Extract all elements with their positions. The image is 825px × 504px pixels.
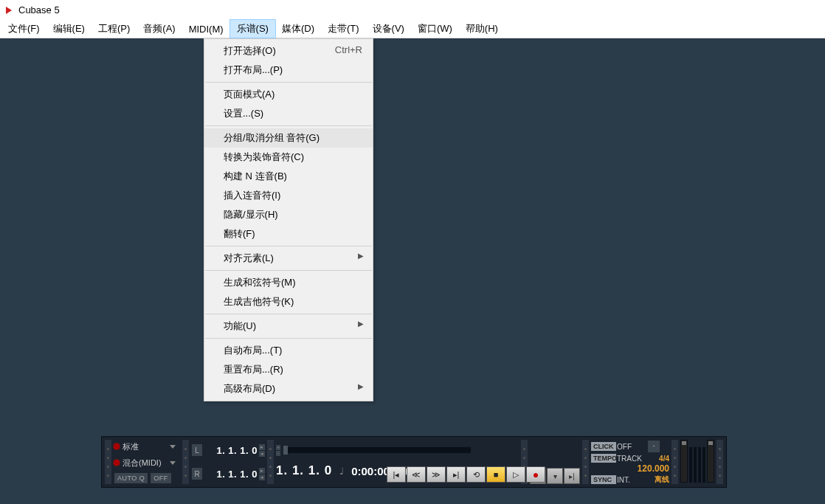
menu-entry[interactable]: 对齐元素(L)▶ [204, 249, 373, 268]
tempo-value[interactable]: TRACK [617, 455, 646, 463]
grip-handle[interactable] [267, 440, 274, 484]
forward-button[interactable]: ≫ [427, 466, 446, 483]
svg-marker-0 [6, 7, 12, 14]
menu-separator [205, 270, 372, 271]
cycle-mode-label: 混合(MIDI) [122, 458, 167, 469]
menu-bar: 文件(F)编辑(E)工程(P)音频(A)MIDI(M)乐谱(S)媒体(D)走带(… [0, 20, 825, 38]
meter-bar [698, 447, 701, 483]
app-title: Cubase 5 [18, 4, 60, 15]
left-locator-pos[interactable]: 1. 1. 1. 0 [204, 445, 258, 456]
meter-bar [703, 447, 705, 483]
rewind-button[interactable]: ≪ [407, 466, 426, 483]
meter-bar [694, 447, 697, 483]
menu-separator [205, 246, 372, 246]
led-icon [114, 460, 120, 466]
menu-item-5[interactable]: 乐谱(S) [230, 20, 275, 38]
menu-entry[interactable]: 打开选择(O)Ctrl+R [204, 41, 373, 61]
menu-entry[interactable]: 分组/取消分组 音符(G) [204, 128, 373, 148]
record-mode-label: 标准 [122, 441, 167, 452]
next-marker-button[interactable]: ▸| [564, 468, 580, 484]
menu-entry[interactable]: 构建 N 连音(B) [204, 167, 373, 186]
menu-item-3[interactable]: 音频(A) [137, 20, 182, 38]
grip-handle[interactable] [582, 440, 589, 484]
grip-handle[interactable] [182, 440, 189, 484]
marker-in-icon[interactable]: ▸ [259, 468, 265, 474]
menu-entry[interactable]: 生成和弦符号(M) [204, 273, 373, 292]
output-level-slider[interactable] [707, 440, 714, 483]
menu-item-1[interactable]: 编辑(E) [46, 20, 92, 38]
cycle-button[interactable]: ⟲ [466, 466, 486, 483]
goto-end-button[interactable]: ▸| [446, 466, 466, 483]
nudge-down-icon[interactable]: - [276, 451, 280, 456]
led-icon [114, 443, 120, 449]
input-level-slider[interactable] [680, 440, 688, 483]
menu-entry[interactable]: 重置布局...(R) [204, 360, 373, 379]
goto-start-button[interactable]: |◂ [387, 466, 406, 483]
precount-button[interactable]: * [647, 440, 660, 453]
left-locator-button[interactable]: L [191, 443, 203, 457]
autoq-off-button[interactable]: OFF [150, 472, 172, 484]
time-signature[interactable]: 4/4 [647, 455, 669, 463]
right-locator-pos[interactable]: 1. 1. 1. 0 [204, 469, 258, 480]
chevron-down-icon [170, 461, 176, 465]
record-mode-row[interactable]: 标准 [114, 440, 180, 453]
menu-item-6[interactable]: 媒体(D) [275, 20, 321, 38]
menu-separator [205, 82, 372, 83]
click-value[interactable]: OFF [617, 443, 646, 451]
menu-entry[interactable]: 打开布局...(P) [204, 61, 373, 80]
menu-entry[interactable]: 翻转(F) [204, 224, 373, 244]
workspace [0, 38, 825, 504]
app-icon [4, 5, 14, 15]
menu-entry[interactable]: 转换为装饰音符(C) [204, 148, 373, 167]
stop-button[interactable]: ■ [486, 466, 505, 483]
grip-handle[interactable] [105, 440, 111, 484]
menu-separator [205, 338, 372, 339]
menu-item-4[interactable]: MIDI(M) [182, 21, 230, 37]
menu-entry[interactable]: 设置...(S) [204, 104, 373, 123]
marker-in-icon[interactable]: ▸ [259, 444, 265, 450]
show-markers-button[interactable]: ▾ [547, 468, 563, 484]
sync-label[interactable]: SYNC [591, 475, 616, 484]
menu-entry[interactable]: 高级布局(D)▶ [204, 379, 373, 398]
menu-item-10[interactable]: 帮助(H) [459, 20, 505, 38]
submenu-arrow-icon: ▶ [358, 382, 364, 390]
transport-panel: 标准 混合(MIDI) AUTO Q OFF L 1. 1. 1. 0 ▸◂ R… [101, 436, 727, 488]
chevron-down-icon [170, 445, 176, 449]
menu-entry[interactable]: 隐藏/显示(H) [204, 205, 373, 224]
play-button[interactable]: ▷ [506, 466, 525, 483]
menu-entry[interactable]: 插入连音符(I) [204, 186, 373, 205]
menu-item-9[interactable]: 窗口(W) [411, 20, 459, 38]
offline-label: 离线 [647, 474, 669, 485]
marker-out-icon[interactable]: ◂ [259, 474, 265, 480]
record-button[interactable]: ● [526, 466, 545, 483]
grip-handle[interactable] [717, 440, 723, 484]
grip-handle[interactable] [672, 440, 678, 484]
position-slider[interactable] [283, 447, 471, 453]
menu-entry[interactable]: 生成吉他符号(K) [204, 292, 373, 311]
menu-item-7[interactable]: 走带(T) [321, 20, 366, 38]
cycle-mode-row[interactable]: 混合(MIDI) [114, 456, 180, 469]
menu-item-2[interactable]: 工程(P) [92, 20, 137, 38]
shortcut-label: Ctrl+R [335, 44, 362, 55]
level-meters [680, 440, 714, 483]
menu-entry[interactable]: 功能(U)▶ [204, 317, 373, 336]
menu-entry[interactable]: 页面模式(A) [204, 85, 373, 104]
title-bar: Cubase 5 [0, 0, 825, 20]
menu-item-0[interactable]: 文件(F) [1, 20, 46, 38]
tempo-label[interactable]: TEMPO [591, 454, 616, 463]
submenu-arrow-icon: ▶ [358, 320, 364, 328]
tempo-info: CLICK OFF * TEMPO TRACK 4/4 120.000 SYNC… [591, 440, 669, 484]
meter-bar [689, 447, 692, 483]
right-locator-button[interactable]: R [191, 467, 203, 480]
menu-separator [205, 125, 372, 126]
menu-entry[interactable]: 自动布局...(T) [204, 341, 373, 360]
primary-time-display[interactable]: 1. 1. 1. 0 [276, 463, 332, 478]
menu-item-8[interactable]: 设备(V) [366, 20, 411, 38]
sync-value[interactable]: INT. [617, 476, 646, 484]
bpm-value[interactable]: 120.000 [591, 463, 669, 474]
menu-separator [205, 314, 372, 314]
click-label[interactable]: CLICK [591, 442, 616, 451]
marker-out-icon[interactable]: ◂ [259, 451, 265, 457]
autoq-button[interactable]: AUTO Q [114, 472, 148, 484]
nudge-up-icon[interactable]: + [276, 445, 280, 450]
